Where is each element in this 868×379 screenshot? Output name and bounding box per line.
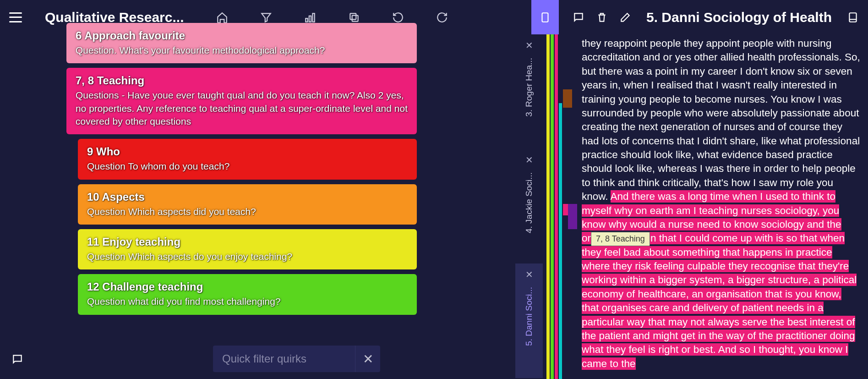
close-icon[interactable]: ✕ — [525, 269, 533, 280]
redo-icon[interactable] — [436, 11, 448, 23]
svg-rect-1 — [309, 16, 311, 22]
document-tabs: ✕3. Roger Hea...✕4. Jackie Soci...✕5. Da… — [515, 34, 543, 379]
quick-filter-input[interactable] — [213, 352, 355, 365]
svg-rect-4 — [350, 13, 356, 19]
close-icon[interactable]: ✕ — [525, 154, 533, 165]
document-title: 5. Danni Sociology of Health — [645, 10, 833, 25]
menu-button[interactable] — [9, 12, 22, 22]
code-card-c12[interactable]: 12 Challenge teachingQuestion what did y… — [78, 274, 417, 314]
svg-rect-3 — [352, 15, 358, 21]
book-icon[interactable] — [847, 11, 859, 23]
code-description: Question Which aspects did you teach? — [87, 205, 408, 218]
code-tooltip: 7, 8 Teaching — [591, 232, 650, 246]
code-title: 7, 8 Teaching — [76, 74, 408, 87]
document-tab[interactable]: ✕5. Danni Soci... — [515, 264, 543, 378]
chat-icon[interactable] — [11, 353, 23, 365]
tab-label: 5. Danni Soci... — [524, 287, 534, 346]
tab-label: 4. Jackie Soci... — [524, 172, 534, 233]
home-icon[interactable] — [216, 11, 228, 23]
svg-rect-0 — [306, 18, 307, 22]
code-card-c78[interactable]: 7, 8 TeachingQuestions - Have youe ever … — [66, 68, 417, 134]
code-description: Question what did you find most challeng… — [87, 295, 408, 308]
code-card-c11[interactable]: 11 Enjoy teachingQuestion Which aspects … — [78, 229, 417, 269]
code-stripes[interactable] — [543, 34, 579, 379]
doc-text-plain: they reappoint people they appoint peopl… — [582, 38, 860, 202]
code-description: Question Which aspects do you enjoy teac… — [87, 250, 408, 263]
chart-icon[interactable] — [304, 11, 316, 23]
svg-rect-5 — [542, 13, 548, 22]
code-card-c6[interactable]: 6 Approach favouriteQuestion. What's you… — [66, 23, 417, 63]
edit-icon[interactable] — [619, 11, 631, 23]
document-icon — [539, 11, 551, 23]
undo-icon[interactable] — [392, 11, 404, 23]
close-icon[interactable]: ✕ — [525, 40, 533, 51]
document-body[interactable]: they reappoint people they appoint peopl… — [579, 34, 868, 379]
code-card-c10[interactable]: 10 AspectsQuestion Which aspects did you… — [78, 184, 417, 225]
code-title: 9 Who — [87, 145, 408, 158]
active-doc-tab[interactable] — [531, 0, 559, 34]
code-card-c9[interactable]: 9 WhoQuestion To whom do you teach? — [78, 139, 417, 179]
tab-label: 3. Roger Hea... — [524, 58, 534, 117]
document-tab[interactable]: ✕4. Jackie Soci... — [515, 149, 543, 264]
svg-rect-6 — [849, 13, 856, 22]
code-title: 12 Challenge teaching — [87, 280, 408, 293]
doc-text-highlighted: And there was a long time when I used to… — [582, 190, 857, 370]
quick-filter: ✕ — [213, 346, 380, 372]
code-description: Question. What's your favourite methodol… — [76, 44, 408, 57]
code-description: Question To whom do you teach? — [87, 160, 408, 173]
code-title: 10 Aspects — [87, 191, 408, 203]
code-description: Questions - Have youe ever taught qual a… — [76, 89, 408, 128]
clear-filter-button[interactable]: ✕ — [355, 346, 380, 372]
trash-icon[interactable] — [596, 11, 608, 23]
codes-list: 6 Approach favouriteQuestion. What's you… — [34, 34, 515, 379]
svg-rect-2 — [312, 13, 314, 22]
filter-icon[interactable] — [260, 11, 272, 23]
comment-icon[interactable] — [573, 11, 584, 23]
copy-icon[interactable] — [348, 11, 360, 23]
code-title: 11 Enjoy teaching — [87, 236, 408, 248]
code-title: 6 Approach favourite — [76, 29, 408, 42]
document-tab[interactable]: ✕3. Roger Hea... — [515, 34, 543, 149]
